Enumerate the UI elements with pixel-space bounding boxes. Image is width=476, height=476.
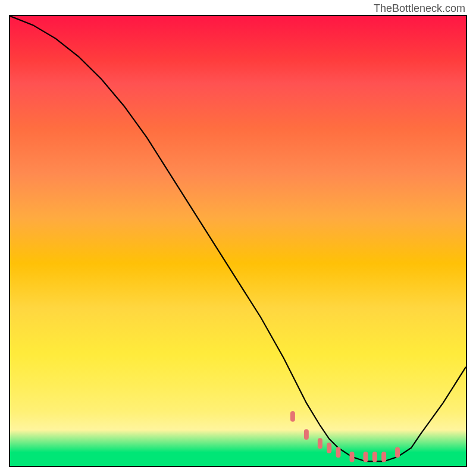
marker-dot bbox=[336, 447, 341, 458]
marker-dot bbox=[327, 443, 331, 453]
plot-area bbox=[9, 15, 467, 467]
watermark-text: TheBottleneck.com bbox=[374, 2, 465, 15]
chart-svg bbox=[10, 16, 466, 466]
marker-dot bbox=[381, 452, 386, 462]
marker-dot bbox=[395, 447, 400, 458]
marker-dot bbox=[350, 452, 355, 462]
marker-dot bbox=[290, 411, 295, 422]
marker-dot bbox=[372, 452, 377, 462]
marker-dot bbox=[304, 429, 309, 440]
bottleneck-curve-line bbox=[10, 16, 466, 461]
marker-dot bbox=[364, 452, 368, 462]
optimal-range-markers bbox=[290, 411, 400, 462]
chart-container: TheBottleneck.com bbox=[0, 0, 476, 476]
marker-dot bbox=[318, 438, 322, 449]
